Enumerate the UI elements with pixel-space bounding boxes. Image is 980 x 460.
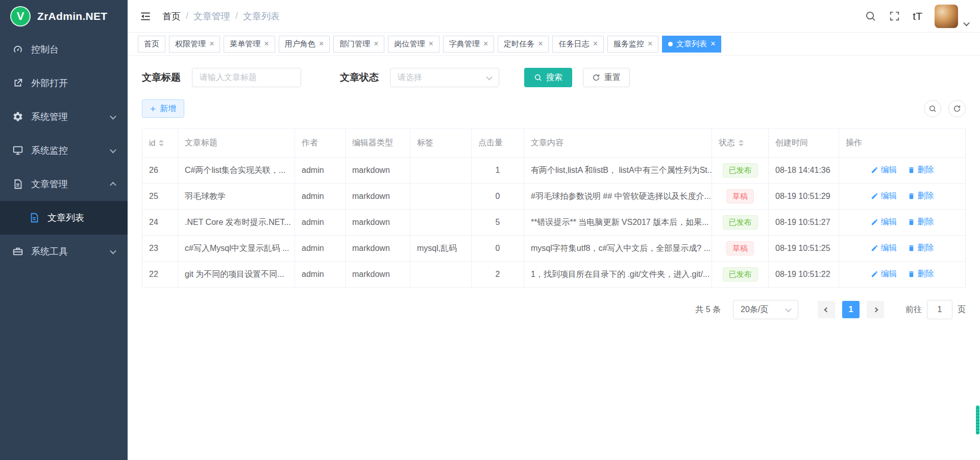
sidebar-item-系统管理[interactable]: 系统管理 <box>0 100 128 134</box>
search-button[interactable]: 搜索 <box>524 68 572 87</box>
close-icon[interactable]: × <box>264 40 268 48</box>
delete-icon <box>908 192 915 200</box>
table-header-row: id文章标题作者编辑器类型标签点击量文章内容状态创建时间操作 <box>142 129 966 158</box>
close-icon[interactable]: × <box>538 40 543 48</box>
status-badge: 草稿 <box>726 241 754 255</box>
cell-content: 1，找到项目所在目录下的 .git/文件夹，进入.git/... <box>524 262 712 288</box>
tab-岗位管理[interactable]: 岗位管理× <box>388 36 439 53</box>
goto-page-input[interactable] <box>927 300 952 319</box>
close-icon[interactable]: × <box>209 40 214 48</box>
edit-button[interactable]: 编辑 <box>871 269 897 279</box>
sort-carets-icon[interactable] <box>739 140 744 146</box>
cell-author: admin <box>295 210 346 236</box>
cell-status: 已发布 <box>712 158 769 184</box>
close-icon[interactable]: × <box>319 40 324 48</box>
articles-table: id文章标题作者编辑器类型标签点击量文章内容状态创建时间操作 26C#两个lis… <box>142 129 966 288</box>
prev-page-button[interactable] <box>818 301 835 318</box>
cell-title: 羽毛球教学 <box>178 184 295 210</box>
close-icon[interactable]: × <box>593 40 597 48</box>
tab-任务日志[interactable]: 任务日志× <box>552 36 603 53</box>
breadcrumb-item[interactable]: 文章列表 <box>243 10 280 22</box>
tab-用户角色[interactable]: 用户角色× <box>279 36 330 53</box>
scrollbar-thumb[interactable] <box>976 405 979 435</box>
sidebar-item-外部打开[interactable]: 外部打开 <box>0 66 128 100</box>
status-badge: 已发布 <box>723 163 758 177</box>
delete-button[interactable]: 删除 <box>908 217 934 227</box>
article-status-select[interactable]: 请选择 <box>390 68 499 87</box>
edit-icon <box>871 166 878 174</box>
column-header-标签: 标签 <box>410 129 472 158</box>
column-header-状态[interactable]: 状态 <box>712 129 769 158</box>
cell-status: 草稿 <box>712 236 769 262</box>
plus-icon: + <box>150 104 156 114</box>
cell-id: 22 <box>142 262 178 288</box>
tab-菜单管理[interactable]: 菜单管理× <box>224 36 275 53</box>
close-icon[interactable]: × <box>483 40 488 48</box>
add-button[interactable]: + 新增 <box>142 99 184 118</box>
cell-status: 草稿 <box>712 184 769 210</box>
active-dot-icon <box>668 42 673 46</box>
app-logo[interactable]: V ZrAdmin.NET <box>0 0 128 33</box>
cell-title: c#写入Mysql中文显示乱码 ... <box>178 236 295 262</box>
tab-字典管理[interactable]: 字典管理× <box>443 36 494 53</box>
tab-服务监控[interactable]: 服务监控× <box>607 36 658 53</box>
cell-tags <box>410 184 472 210</box>
tab-部门管理[interactable]: 部门管理× <box>333 36 384 53</box>
sidebar-item-控制台[interactable]: 控制台 <box>0 33 128 66</box>
column-header-id[interactable]: id <box>142 129 178 158</box>
fullscreen-icon[interactable] <box>889 10 900 22</box>
monitor-icon <box>12 145 23 156</box>
toggle-search-button[interactable] <box>924 100 941 117</box>
close-icon[interactable]: × <box>428 40 433 48</box>
pagination: 共 5 条 20条/页 1 前往 页 <box>142 300 966 319</box>
cell-tags <box>410 158 472 184</box>
external-icon <box>12 78 23 89</box>
breadcrumb-item[interactable]: 文章管理 <box>193 10 230 22</box>
delete-button[interactable]: 删除 <box>908 191 934 201</box>
edit-button[interactable]: 编辑 <box>871 165 897 175</box>
article-title-input[interactable] <box>192 68 301 87</box>
cell-tags <box>410 262 472 288</box>
sort-carets-icon[interactable] <box>159 140 164 146</box>
sidebar-item-系统监控[interactable]: 系统监控 <box>0 134 128 167</box>
close-icon[interactable]: × <box>710 40 715 48</box>
sidebar-item-文章管理[interactable]: 文章管理 <box>0 167 128 201</box>
collapse-sidebar-icon[interactable] <box>139 10 152 23</box>
sidebar-item-label: 控制台 <box>31 43 59 56</box>
tab-label: 菜单管理 <box>230 39 260 49</box>
search-icon[interactable] <box>865 10 876 22</box>
tab-权限管理[interactable]: 权限管理× <box>169 36 220 53</box>
close-icon[interactable]: × <box>648 40 652 48</box>
font-size-icon[interactable]: tT <box>913 10 922 22</box>
refresh-table-button[interactable] <box>948 100 966 117</box>
close-icon[interactable]: × <box>374 40 378 48</box>
user-avatar[interactable] <box>935 5 958 28</box>
next-page-button[interactable] <box>867 301 884 318</box>
tab-首页[interactable]: 首页 <box>138 36 165 53</box>
delete-button[interactable]: 删除 <box>908 243 934 253</box>
sidebar-item-系统工具[interactable]: 系统工具 <box>0 235 128 268</box>
cell-author: admin <box>295 262 346 288</box>
refresh-icon <box>592 73 600 82</box>
cell-hits: 5 <box>472 210 524 236</box>
edit-button[interactable]: 编辑 <box>871 191 897 201</box>
edit-button[interactable]: 编辑 <box>871 243 897 253</box>
delete-button[interactable]: 删除 <box>908 269 934 279</box>
page-size-select[interactable]: 20条/页 <box>733 300 798 319</box>
chevron-down-icon[interactable] <box>963 19 970 26</box>
cell-content: 有两个list,listA 和listB， listA中有三个属性列为St... <box>524 158 712 184</box>
reset-button[interactable]: 重置 <box>583 68 630 87</box>
delete-button[interactable]: 删除 <box>908 165 934 175</box>
column-header-文章内容: 文章内容 <box>524 129 712 158</box>
sidebar-item-文章列表[interactable]: 文章列表 <box>0 201 128 235</box>
column-label: id <box>149 139 155 148</box>
breadcrumb-item[interactable]: 首页 <box>162 10 181 22</box>
tools-icon <box>12 246 23 257</box>
cell-created-at: 08-19 10:51:27 <box>769 210 839 236</box>
edit-button[interactable]: 编辑 <box>871 217 897 227</box>
sidebar-nav: 控制台外部打开系统管理系统监控文章管理文章列表系统工具 <box>0 33 128 460</box>
tab-文章列表[interactable]: 文章列表× <box>662 36 721 53</box>
chevron-down-icon <box>110 247 116 254</box>
tab-定时任务[interactable]: 定时任务× <box>498 36 549 53</box>
page-number-button[interactable]: 1 <box>842 301 860 318</box>
